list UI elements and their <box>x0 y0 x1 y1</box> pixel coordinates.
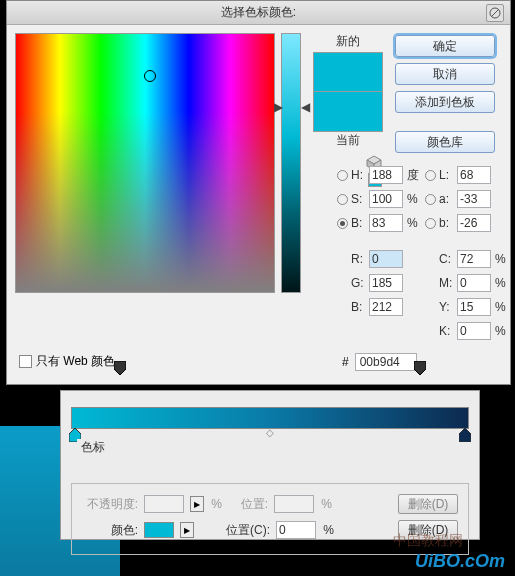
input-hex[interactable] <box>355 353 417 371</box>
radio-l[interactable] <box>425 170 436 181</box>
gradient-panel: ◇ 色标 不透明度: ▶ % 位置: % 删除(D) 颜色: ▶ 位置(C): … <box>60 390 480 540</box>
label-h: H: <box>351 168 369 182</box>
input-y[interactable] <box>457 298 491 316</box>
label-b: B: <box>351 216 369 230</box>
color-fields: H:度 L: S:% a: B:% b: R: C:% G: M:% B: Y:… <box>337 166 512 340</box>
gradient-bar[interactable]: ◇ <box>71 407 469 429</box>
ok-button[interactable]: 确定 <box>395 35 495 57</box>
radio-b[interactable] <box>337 218 348 229</box>
input-k[interactable] <box>457 322 491 340</box>
watermark-main: UiBO.cOm <box>415 551 505 572</box>
label-y: Y: <box>439 300 457 314</box>
color-dropdown-icon[interactable]: ▶ <box>180 522 194 538</box>
position1-label: 位置: <box>228 496 268 513</box>
label-lab-b: b: <box>439 216 457 230</box>
input-rgb-b[interactable] <box>369 298 403 316</box>
label-rgb-b: B: <box>351 300 369 314</box>
input-l[interactable] <box>457 166 491 184</box>
label-g: G: <box>351 276 369 290</box>
input-s[interactable] <box>369 190 403 208</box>
web-only-row: 只有 Web 颜色 <box>19 353 115 370</box>
color-chip[interactable] <box>144 522 174 538</box>
hue-slider[interactable]: ▶◀ <box>281 33 301 293</box>
new-color-swatch <box>313 52 383 92</box>
color-stop-right[interactable] <box>459 428 471 442</box>
input-c[interactable] <box>457 250 491 268</box>
opacity-input <box>144 495 184 513</box>
unit-c: % <box>493 252 513 266</box>
hex-row: # <box>342 353 417 371</box>
label-a: a: <box>439 192 457 206</box>
spectrum-cursor-icon[interactable] <box>144 70 156 82</box>
unit-s: % <box>405 192 425 206</box>
current-color-swatch[interactable] <box>313 92 383 132</box>
input-b[interactable] <box>369 214 403 232</box>
label-s: S: <box>351 192 369 206</box>
radio-lab-b[interactable] <box>425 218 436 229</box>
label-r: R: <box>351 252 369 266</box>
radio-h[interactable] <box>337 170 348 181</box>
section-label: 色标 <box>77 439 109 456</box>
watermark-sub: 中国教程网 <box>393 532 463 550</box>
input-g[interactable] <box>369 274 403 292</box>
hex-prefix: # <box>342 355 349 369</box>
position2-label: 位置(C): <box>222 522 270 539</box>
web-only-label: 只有 Web 颜色 <box>36 353 115 370</box>
svg-marker-8 <box>459 428 471 442</box>
titlebar: 选择色标颜色: <box>7 1 510 25</box>
add-swatch-button[interactable]: 添加到色板 <box>395 91 495 113</box>
label-m: M: <box>439 276 457 290</box>
midpoint-icon[interactable]: ◇ <box>266 427 274 438</box>
unit-h: 度 <box>405 167 425 184</box>
input-lab-b[interactable] <box>457 214 491 232</box>
unit-k: % <box>493 324 513 338</box>
svg-line-1 <box>491 9 499 17</box>
label-k: K: <box>439 324 457 338</box>
input-a[interactable] <box>457 190 491 208</box>
cancel-button[interactable]: 取消 <box>395 63 495 85</box>
help-icon[interactable] <box>486 4 504 22</box>
delete-opacity-button: 删除(D) <box>398 494 458 514</box>
input-h[interactable] <box>369 166 403 184</box>
unit-b: % <box>405 216 425 230</box>
unit-m: % <box>493 276 513 290</box>
position1-input <box>274 495 314 513</box>
input-m[interactable] <box>457 274 491 292</box>
label-c: C: <box>439 252 457 266</box>
input-r[interactable] <box>369 250 403 268</box>
new-color-label: 新的 <box>336 33 360 50</box>
color-library-button[interactable]: 颜色库 <box>395 131 495 153</box>
color-picker-dialog: 选择色标颜色: ▶◀ 新的 当前 确定 取消 添加到色板 颜色库 <box>6 0 511 385</box>
position2-input[interactable] <box>276 521 316 539</box>
label-l: L: <box>439 168 457 182</box>
current-color-label: 当前 <box>336 132 360 149</box>
web-only-checkbox[interactable] <box>19 355 32 368</box>
opacity-dropdown-icon: ▶ <box>190 496 204 512</box>
radio-a[interactable] <box>425 194 436 205</box>
color-label: 颜色: <box>82 522 138 539</box>
unit-y: % <box>493 300 513 314</box>
opacity-label: 不透明度: <box>82 496 138 513</box>
dialog-title: 选择色标颜色: <box>221 4 296 21</box>
hue-slider-thumb-icon[interactable]: ▶◀ <box>274 100 310 114</box>
radio-s[interactable] <box>337 194 348 205</box>
color-spectrum[interactable] <box>15 33 275 293</box>
